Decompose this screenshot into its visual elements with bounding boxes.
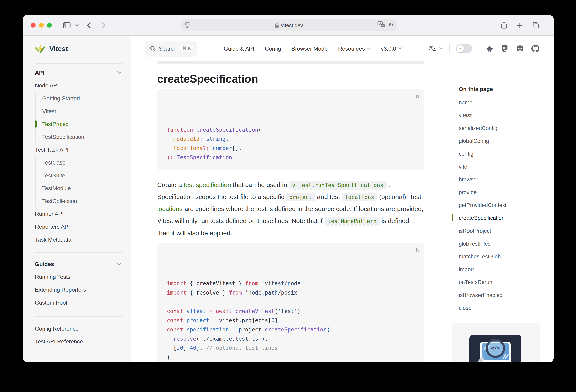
- toc-item[interactable]: name: [459, 96, 543, 109]
- sponsor-card[interactable]: </>: [452, 323, 540, 362]
- language-switcher[interactable]: 文 A: [429, 45, 443, 52]
- doc-link[interactable]: test specification: [184, 181, 231, 188]
- page-title: createSpecification: [157, 73, 424, 86]
- toc-item[interactable]: matchesTestGlob: [459, 250, 543, 263]
- sidebar-item[interactable]: TestModule: [42, 182, 121, 195]
- toc-item[interactable]: provide: [459, 186, 543, 199]
- nav-resources[interactable]: Resources: [338, 45, 371, 52]
- main-area: Search ⌘ K Guide & API Config Browser Mo…: [131, 36, 553, 362]
- minimize-button[interactable]: [39, 23, 44, 28]
- toc-item[interactable]: isRootProject: [459, 224, 543, 237]
- search-input[interactable]: Search ⌘ K: [145, 40, 197, 56]
- doc-link[interactable]: locations: [157, 206, 182, 212]
- divider: [35, 252, 121, 253]
- sidebar-item[interactable]: Extending Reporters: [35, 283, 121, 296]
- inline-code-link[interactable]: testNamePattern: [324, 217, 380, 225]
- inline-code-link[interactable]: vitest.runTestSpecifications: [289, 181, 386, 189]
- code-lang-badge: ts: [416, 92, 420, 101]
- doc-paragraph: Create a test specification that can be …: [157, 179, 424, 239]
- sidebar-item-node-api[interactable]: Node API: [35, 79, 121, 92]
- sidebar-item[interactable]: Running Tests: [35, 271, 121, 283]
- close-button[interactable]: [31, 23, 36, 28]
- toc-item[interactable]: close: [459, 301, 543, 314]
- toc-item[interactable]: createSpecification: [459, 211, 543, 224]
- desktop-background: vitest.dev A 文 ↻: [0, 0, 576, 392]
- inline-code: project: [286, 193, 315, 201]
- sidebar-item[interactable]: Test API Reference: [35, 335, 121, 348]
- theme-toggle[interactable]: ☼: [456, 44, 472, 53]
- sidebar-item[interactable]: TestSuite: [42, 169, 121, 182]
- browser-window: vitest.dev A 文 ↻: [23, 15, 553, 362]
- toc-item[interactable]: isBrowserEnabled: [459, 288, 543, 301]
- toc-item[interactable]: import: [459, 263, 543, 276]
- toc-item[interactable]: globTestFiles: [459, 237, 543, 250]
- discord-icon[interactable]: [516, 45, 524, 52]
- sidebar-item[interactable]: TestProject: [42, 118, 121, 130]
- site-logo[interactable]: Vitest: [35, 43, 121, 55]
- chevron-down-icon[interactable]: [75, 15, 79, 35]
- sidebar-item[interactable]: TestCase: [42, 156, 121, 169]
- sidebar-item[interactable]: Vitest: [42, 105, 121, 118]
- window-controls: [31, 23, 52, 28]
- translate-icon[interactable]: A 文: [378, 21, 385, 28]
- forward-button[interactable]: [101, 15, 106, 35]
- search-shortcut: ⌘ K: [180, 45, 193, 52]
- divider: [479, 44, 479, 53]
- nav-guide-api[interactable]: Guide & API: [224, 45, 255, 52]
- svg-text:A: A: [433, 47, 436, 52]
- svg-text:文: 文: [429, 45, 433, 50]
- site-header: Search ⌘ K Guide & API Config Browser Mo…: [131, 36, 553, 61]
- github-icon[interactable]: [531, 44, 540, 52]
- doc-content: createSpecification ts function createSp…: [157, 61, 424, 362]
- toc-item[interactable]: vite: [459, 160, 543, 173]
- code-block-signature[interactable]: ts function createSpecification( moduleI…: [157, 90, 424, 170]
- bluesky-icon[interactable]: [485, 45, 494, 52]
- code-lang-badge: ts: [416, 245, 420, 255]
- doc-page: createSpecification ts function createSp…: [131, 61, 553, 362]
- sidebar-item[interactable]: TestCollection: [42, 195, 121, 208]
- nav-version[interactable]: v3.0.0: [381, 45, 402, 52]
- code-search-illustration: </>: [469, 335, 521, 362]
- sidebar-group-guides[interactable]: Guides: [35, 258, 121, 271]
- sidebar-item[interactable]: Runner API: [35, 208, 121, 220]
- sidebar-item[interactable]: Task Metadata: [35, 233, 121, 246]
- sidebar-toggle-icon[interactable]: [63, 15, 71, 35]
- vitest-logo-icon: [35, 44, 45, 54]
- toc-item[interactable]: onTestsRerun: [459, 276, 543, 288]
- url-text: vitest.dev: [281, 22, 303, 28]
- address-bar[interactable]: vitest.dev A 文 ↻: [181, 19, 397, 31]
- code-block-example[interactable]: ts import { createVitest } from 'vitest/…: [157, 243, 424, 362]
- toc-item[interactable]: browser: [459, 173, 543, 186]
- browser-toolbar: vitest.dev A 文 ↻: [23, 15, 553, 36]
- sidebar-item[interactable]: Config Reference: [35, 322, 121, 335]
- toc-item[interactable]: vitest: [459, 109, 543, 121]
- sidebar-item[interactable]: Reporters API: [35, 220, 121, 233]
- site-title: Vitest: [49, 45, 68, 53]
- tab-overview-icon[interactable]: [532, 15, 539, 35]
- reload-icon[interactable]: ↻: [388, 22, 394, 28]
- divider: [35, 316, 121, 317]
- share-icon[interactable]: [501, 15, 507, 35]
- toc-item[interactable]: serializedConfig: [459, 121, 543, 134]
- sidebar-item[interactable]: Custom Pool: [35, 296, 121, 309]
- magnifier-icon: </>: [486, 339, 505, 358]
- sidebar-group-api[interactable]: API: [35, 66, 121, 79]
- new-tab-icon[interactable]: [516, 15, 522, 35]
- sidebar-item[interactable]: Getting Started: [42, 92, 121, 105]
- on-this-page: On this page namevitestserializedConfigg…: [452, 61, 553, 362]
- nav-config[interactable]: Config: [265, 45, 281, 52]
- sidebar-guide-links: Running TestsExtending ReportersCustom P…: [35, 271, 121, 309]
- header-nav: Guide & API Config Browser Mode Resource…: [224, 45, 402, 52]
- sidebar-item[interactable]: TestSpecification: [42, 130, 121, 143]
- chevron-down-icon: [398, 47, 402, 50]
- toc-item[interactable]: getProvidedContext: [459, 199, 543, 211]
- sidebar-item-test-task-api[interactable]: Test Task API: [35, 143, 121, 156]
- toc-item[interactable]: config: [459, 147, 543, 160]
- back-button[interactable]: [87, 15, 91, 35]
- nav-browser-mode[interactable]: Browser Mode: [291, 45, 328, 52]
- mastodon-icon[interactable]: [501, 45, 509, 52]
- zoom-button[interactable]: [47, 23, 52, 28]
- toc-item[interactable]: globalConfig: [459, 134, 543, 147]
- translate-icon: 文 A: [429, 45, 437, 52]
- sidebar-node-api-group: Getting StartedVitestTestProjectTestSpec…: [35, 92, 121, 143]
